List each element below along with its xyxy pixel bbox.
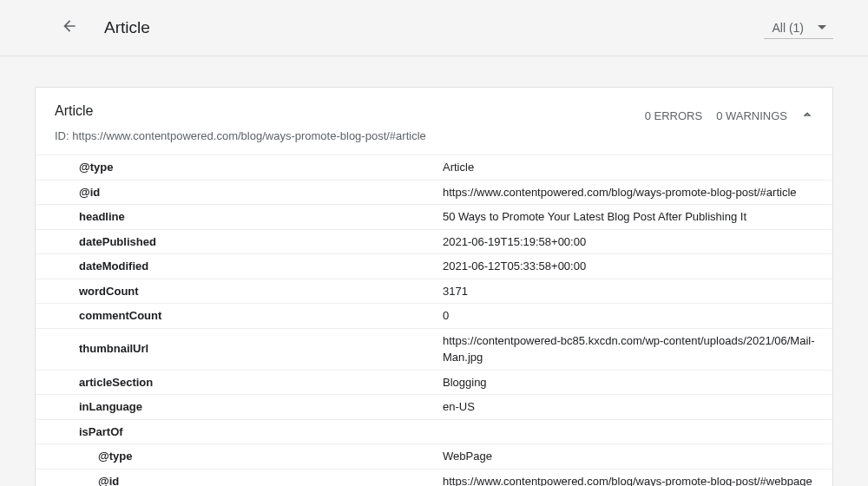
property-key: articleSection <box>36 370 434 395</box>
collapse-button[interactable] <box>801 108 813 123</box>
property-value: https://www.contentpowered.com/blog/ways… <box>434 180 832 205</box>
header-left: Article <box>35 10 150 45</box>
card-id: ID: https://www.contentpowered.com/blog/… <box>55 129 426 142</box>
property-key: @type <box>36 155 434 181</box>
main-content: Article ID: https://www.contentpowered.c… <box>0 56 868 486</box>
article-card: Article ID: https://www.contentpowered.c… <box>35 87 833 486</box>
property-value: Blogging <box>434 370 832 395</box>
property-key: wordCount <box>36 279 434 304</box>
property-key: headline <box>36 205 434 230</box>
card-header: Article ID: https://www.contentpowered.c… <box>36 88 832 154</box>
page-title: Article <box>104 18 150 37</box>
table-row[interactable]: @idhttps://www.contentpowered.com/blog/w… <box>36 180 832 205</box>
page-header: Article All (1) <box>0 0 868 56</box>
table-row[interactable]: articleSectionBlogging <box>36 370 832 395</box>
table-row[interactable]: @typeArticle <box>36 155 832 181</box>
property-key: @id <box>36 469 434 486</box>
table-row[interactable]: @idhttps://www.contentpowered.com/blog/w… <box>36 469 832 486</box>
table-row[interactable]: headline50 Ways to Promote Your Latest B… <box>36 205 832 230</box>
property-key: dateModified <box>36 254 434 279</box>
errors-count: 0 ERRORS <box>645 109 702 122</box>
property-value: 2021-06-19T15:19:58+00:00 <box>434 229 832 254</box>
table-row[interactable]: isPartOf <box>36 419 832 444</box>
back-button[interactable] <box>52 10 87 45</box>
table-row[interactable]: datePublished2021-06-19T15:19:58+00:00 <box>36 229 832 254</box>
warnings-count: 0 WARNINGS <box>716 109 787 122</box>
card-title: Article <box>55 103 426 119</box>
chevron-down-icon <box>818 21 826 35</box>
property-value: 50 Ways to Promote Your Latest Blog Post… <box>434 205 832 230</box>
property-key: datePublished <box>36 229 434 254</box>
property-value <box>434 419 832 444</box>
property-key: inLanguage <box>36 395 434 420</box>
table-row[interactable]: commentCount0 <box>36 304 832 329</box>
card-header-left: Article ID: https://www.contentpowered.c… <box>55 103 426 142</box>
table-row[interactable]: wordCount3171 <box>36 279 832 304</box>
property-key: isPartOf <box>36 419 434 444</box>
chevron-up-icon <box>801 110 813 123</box>
property-value: https://contentpowered-bc85.kxcdn.com/wp… <box>434 328 832 370</box>
table-row[interactable]: @typeWebPage <box>36 444 832 470</box>
property-value: https://www.contentpowered.com/blog/ways… <box>434 469 832 486</box>
table-row[interactable]: thumbnailUrlhttps://contentpowered-bc85.… <box>36 328 832 370</box>
filter-dropdown[interactable]: All (1) <box>764 17 833 39</box>
card-header-right: 0 ERRORS 0 WARNINGS <box>645 103 813 123</box>
filter-label: All (1) <box>772 21 804 35</box>
property-key: commentCount <box>36 304 434 329</box>
property-value: WebPage <box>434 444 832 470</box>
properties-table: @typeArticle@idhttps://www.contentpowere… <box>36 154 832 486</box>
property-key: @id <box>36 180 434 205</box>
property-key: thumbnailUrl <box>36 328 434 370</box>
table-row[interactable]: dateModified2021-06-12T05:33:58+00:00 <box>36 254 832 279</box>
property-value: en-US <box>434 395 832 420</box>
property-value: 3171 <box>434 279 832 304</box>
property-key: @type <box>36 444 434 470</box>
table-row[interactable]: inLanguageen-US <box>36 395 832 420</box>
property-value: Article <box>434 155 832 181</box>
property-value: 0 <box>434 304 832 329</box>
arrow-left-icon <box>61 17 78 38</box>
property-value: 2021-06-12T05:33:58+00:00 <box>434 254 832 279</box>
